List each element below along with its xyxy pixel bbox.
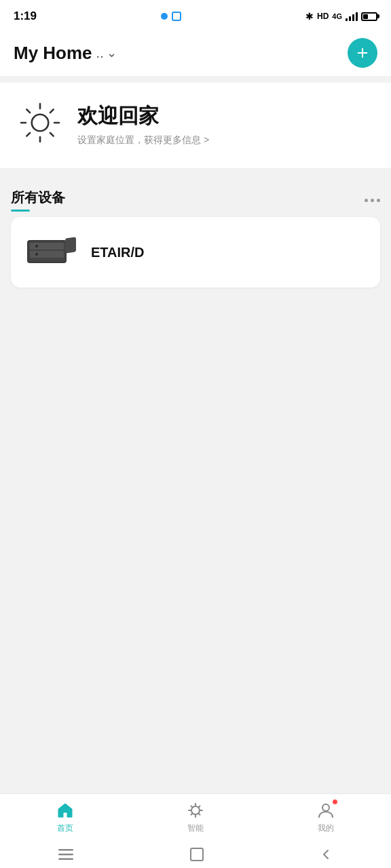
svg-point-8 [32, 115, 49, 132]
svg-line-4 [26, 109, 30, 113]
devices-title-wrap: 所有设备 [11, 189, 65, 212]
home-icon [56, 801, 75, 820]
devices-header: 所有设备 [11, 176, 380, 217]
chevron-down-icon: ⌄ [107, 45, 117, 60]
status-indicators [161, 12, 181, 21]
status-bar: 1:19 ✱ HD 4G [0, 0, 391, 30]
svg-point-15 [35, 253, 38, 256]
svg-line-24 [191, 813, 193, 814]
more-dot-3 [377, 199, 380, 202]
svg-line-7 [26, 133, 30, 136]
nav-item-mine[interactable]: 我的 [299, 801, 353, 834]
welcome-text: 欢迎回家 设置家庭位置，获得更多信息 > [77, 102, 209, 146]
svg-rect-27 [58, 854, 73, 856]
android-nav-bar [0, 841, 391, 868]
signal-icon [346, 12, 358, 21]
svg-rect-13 [65, 237, 76, 253]
android-home-button[interactable] [190, 848, 204, 861]
svg-point-25 [322, 804, 329, 811]
svg-line-5 [50, 133, 54, 136]
welcome-greeting: 欢迎回家 [77, 102, 209, 130]
mine-icon-wrap [316, 801, 335, 820]
welcome-section: 欢迎回家 设置家庭位置，获得更多信息 > [0, 83, 391, 168]
svg-point-14 [35, 245, 38, 248]
dot-indicator-2 [172, 12, 181, 21]
status-time: 1:19 [14, 9, 37, 23]
device-thumbnail [24, 231, 79, 274]
svg-rect-11 [30, 243, 64, 250]
bottom-nav: 首页 智能 我的 [0, 793, 391, 841]
smart-icon-wrap [186, 801, 205, 820]
android-back-button[interactable] [320, 848, 333, 861]
more-dot-2 [371, 199, 374, 202]
svg-rect-29 [191, 848, 203, 861]
header: My Home .. ⌄ [0, 30, 391, 76]
devices-section: 所有设备 ETAIR/D [0, 176, 391, 288]
nav-item-smart[interactable]: 智能 [168, 801, 223, 834]
sun-icon [16, 99, 64, 149]
bluetooth-icon: ✱ [305, 11, 314, 22]
android-menu-button[interactable] [58, 849, 73, 860]
dot-indicator-1 [161, 13, 168, 20]
svg-rect-12 [30, 251, 64, 258]
nav-label-smart: 智能 [187, 823, 204, 834]
svg-line-21 [191, 806, 193, 808]
svg-line-22 [198, 813, 200, 814]
profile-badge [332, 799, 338, 805]
nav-label-mine: 我的 [318, 823, 334, 834]
devices-more-button[interactable] [365, 199, 380, 202]
status-right-icons: ✱ HD 4G [305, 11, 377, 22]
svg-rect-28 [58, 859, 73, 861]
home-title: My Home [14, 43, 92, 64]
devices-title-underline [11, 210, 30, 212]
header-title-area[interactable]: My Home .. ⌄ [14, 43, 117, 64]
welcome-subtitle[interactable]: 设置家庭位置，获得更多信息 > [77, 134, 209, 146]
add-device-button[interactable] [348, 38, 377, 68]
device-name: ETAIR/D [91, 245, 145, 260]
title-dots: .. [96, 45, 104, 61]
network-label: 4G [332, 12, 342, 20]
device-card[interactable]: ETAIR/D [11, 217, 380, 288]
svg-line-23 [198, 806, 200, 808]
more-dot-1 [365, 199, 368, 202]
hd-label: HD [317, 12, 329, 21]
svg-line-6 [50, 109, 54, 113]
nav-item-home[interactable]: 首页 [38, 801, 92, 834]
svg-rect-26 [58, 849, 73, 851]
devices-title: 所有设备 [11, 189, 65, 207]
home-icon-wrap [56, 801, 75, 820]
smart-icon [186, 801, 205, 820]
nav-label-home: 首页 [57, 823, 73, 834]
plus-icon [355, 45, 370, 60]
battery-icon [361, 12, 377, 21]
